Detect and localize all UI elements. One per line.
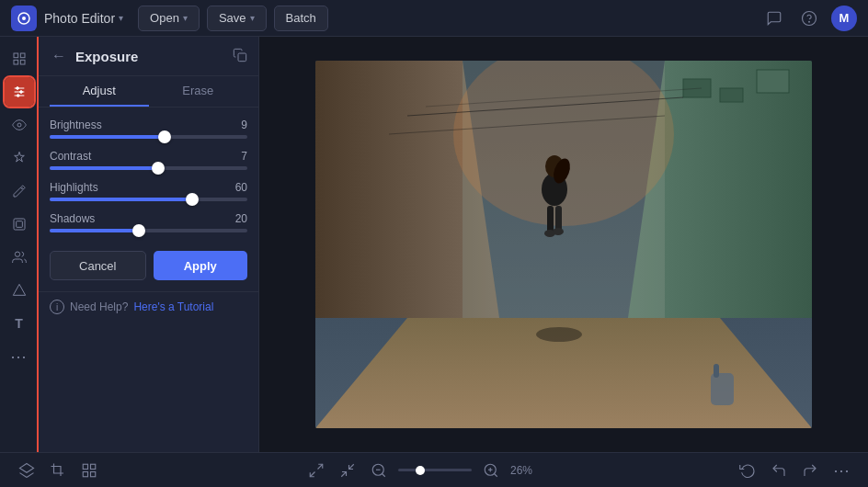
bottom-left-tools xyxy=(15,459,101,482)
highlights-value: 60 xyxy=(235,181,247,194)
brightness-track[interactable] xyxy=(50,135,247,139)
canvas-image xyxy=(315,61,812,428)
help-text: Need Help? xyxy=(70,300,128,313)
highlights-track[interactable] xyxy=(50,198,247,201)
svg-rect-40 xyxy=(714,364,719,378)
svg-point-12 xyxy=(19,91,22,94)
apply-button[interactable]: Apply xyxy=(154,251,248,280)
panel-back-button[interactable]: ← xyxy=(50,46,68,66)
sidebar-layers-button[interactable] xyxy=(5,44,34,74)
app-title-text: Photo Editor xyxy=(44,11,115,26)
svg-rect-28 xyxy=(757,70,789,93)
svg-rect-36 xyxy=(555,206,562,232)
bottom-center-tools: 26% xyxy=(304,459,532,482)
panel-header: ← Exposure xyxy=(39,37,258,76)
svg-line-51 xyxy=(341,471,346,476)
batch-button[interactable]: Batch xyxy=(274,6,328,31)
shadows-slider-row: Shadows 20 xyxy=(50,212,247,232)
sidebar-eye-button[interactable] xyxy=(5,110,34,140)
panel-tabs: Adjust Erase xyxy=(39,76,258,108)
photo-scene xyxy=(315,61,812,428)
sidebar-paint-button[interactable] xyxy=(5,176,34,206)
tab-erase[interactable]: Erase xyxy=(149,76,248,107)
brightness-slider-row: Brightness 9 xyxy=(50,119,247,139)
sidebar-people-button[interactable] xyxy=(5,243,34,272)
undo-button[interactable] xyxy=(767,459,791,482)
shadows-label: Shadows xyxy=(50,212,95,225)
zoom-level-label: 26% xyxy=(510,464,532,477)
panel-title: Exposure xyxy=(75,49,225,64)
svg-rect-7 xyxy=(20,60,25,64)
fit-button[interactable] xyxy=(304,459,328,482)
panel-copy-button[interactable] xyxy=(233,48,247,65)
brightness-label: Brightness xyxy=(50,119,102,131)
contrast-track[interactable] xyxy=(50,166,247,170)
help-icon-button[interactable] xyxy=(796,6,822,31)
cancel-button[interactable]: Cancel xyxy=(50,251,146,280)
sidebar-adjust-button[interactable] xyxy=(5,77,34,107)
svg-rect-4 xyxy=(14,53,18,58)
svg-rect-46 xyxy=(91,464,96,469)
header-right: M xyxy=(761,6,857,31)
sidebar-frames-button[interactable] xyxy=(5,210,34,239)
grid-bottom-button[interactable] xyxy=(77,459,101,482)
layers-bottom-button[interactable] xyxy=(15,459,39,482)
svg-point-13 xyxy=(17,95,19,97)
help-tutorial-link[interactable]: Here's a Tutorial xyxy=(133,300,213,313)
svg-rect-19 xyxy=(238,53,246,62)
svg-line-43 xyxy=(20,472,28,477)
svg-point-1 xyxy=(22,17,26,20)
highlights-slider-row: Highlights 60 xyxy=(50,181,247,201)
svg-line-49 xyxy=(317,464,322,469)
svg-rect-48 xyxy=(91,471,96,476)
sidebar-magic-button[interactable] xyxy=(5,143,34,173)
help-info-icon: i xyxy=(50,300,64,314)
canvas-area xyxy=(259,37,868,452)
user-avatar[interactable]: M xyxy=(831,6,857,31)
rotate-button[interactable] xyxy=(736,459,760,482)
open-button[interactable]: Open ▾ xyxy=(138,6,200,31)
shadows-track[interactable] xyxy=(50,229,247,232)
svg-rect-15 xyxy=(14,219,25,230)
contrast-label: Contrast xyxy=(50,150,91,163)
sidebar-text-button[interactable]: T xyxy=(5,309,34,338)
more-bottom-button[interactable]: ⋯ xyxy=(829,457,853,484)
svg-rect-39 xyxy=(711,373,734,405)
svg-rect-35 xyxy=(547,206,554,233)
svg-rect-6 xyxy=(14,60,18,64)
main-area: T ⋯ ← Exposure Adjust Erase Brightness 9 xyxy=(0,37,868,452)
svg-rect-27 xyxy=(720,88,743,102)
app-title-group[interactable]: Photo Editor ▾ xyxy=(44,11,123,26)
app-logo xyxy=(11,6,37,31)
shadows-value: 20 xyxy=(235,212,247,225)
expand-button[interactable] xyxy=(336,459,360,482)
sidebar-more-button[interactable]: ⋯ xyxy=(5,342,34,371)
title-chevron: ▾ xyxy=(119,13,123,23)
chat-icon-button[interactable] xyxy=(761,6,787,31)
header: Photo Editor ▾ Open ▾ Save ▾ Batch M xyxy=(0,0,868,37)
sidebar-shapes-button[interactable] xyxy=(5,276,34,305)
save-button[interactable]: Save ▾ xyxy=(207,6,267,31)
zoom-track[interactable] xyxy=(398,469,472,471)
redo-button[interactable] xyxy=(798,459,822,482)
bottom-toolbar: 26% ⋯ xyxy=(0,452,868,487)
exposure-panel: ← Exposure Adjust Erase Brightness 9 xyxy=(39,37,259,452)
highlights-label: Highlights xyxy=(50,181,98,194)
sidebar-icons: T ⋯ xyxy=(0,37,39,452)
sliders-container: Brightness 9 Contrast 7 xyxy=(39,108,258,244)
svg-line-50 xyxy=(310,471,314,476)
svg-point-38 xyxy=(553,228,564,235)
svg-rect-16 xyxy=(16,221,22,228)
zoom-out-button[interactable] xyxy=(367,459,391,482)
zoom-thumb[interactable] xyxy=(416,466,425,475)
svg-rect-47 xyxy=(83,471,87,476)
brightness-value: 9 xyxy=(241,119,247,131)
zoom-in-button[interactable] xyxy=(479,459,503,482)
svg-line-52 xyxy=(348,464,353,469)
crop-bottom-button[interactable] xyxy=(46,459,70,482)
svg-point-17 xyxy=(15,252,19,256)
panel-help: i Need Help? Here's a Tutorial xyxy=(39,291,258,322)
svg-line-44 xyxy=(27,472,34,477)
tab-adjust[interactable]: Adjust xyxy=(50,76,149,107)
contrast-slider-row: Contrast 7 xyxy=(50,150,247,170)
